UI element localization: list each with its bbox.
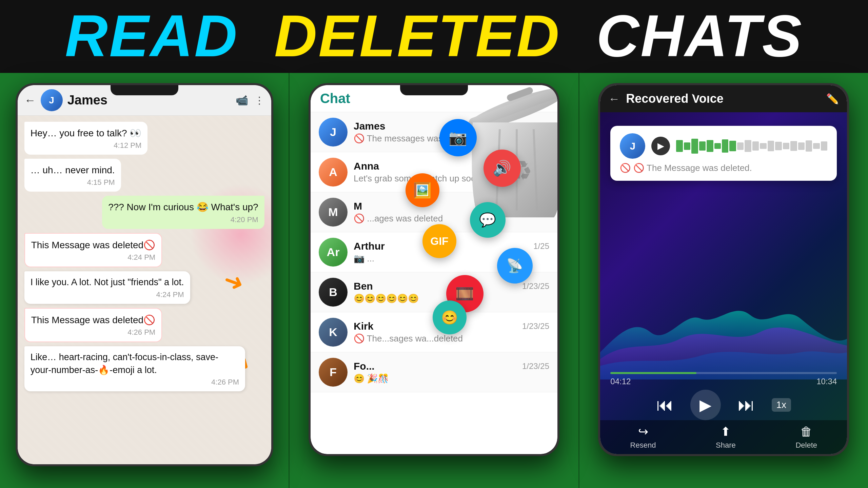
- cli-msg-anna: Let's grab some... catch up soo...: [354, 173, 549, 184]
- word-read: READ: [65, 3, 239, 69]
- chat-list-title: Chat: [320, 91, 350, 106]
- chat-list-item-anna[interactable]: A Anna Let's grab some... catch up soo..…: [311, 152, 557, 192]
- message-deleted-2: This Message was deleted🚫 4:26 PM: [24, 308, 162, 342]
- cli-msg-ben: 😊😊😊😊😊😊: [354, 293, 549, 304]
- share-icon: ⬆: [721, 425, 731, 439]
- video-call-icon[interactable]: 📹: [236, 94, 248, 106]
- cli-name-kirk: Kirk: [354, 320, 373, 332]
- chat-info-ben: Ben 1/23/25 😊😊😊😊😊😊: [354, 280, 549, 304]
- resend-button[interactable]: ↪ Resend: [630, 425, 656, 450]
- cli-name-ben: Ben: [354, 280, 373, 292]
- word-deleted: DELETED: [274, 3, 561, 69]
- avatar-arthur: Ar: [319, 238, 348, 267]
- recovered-time-2: 4:26 PM: [31, 378, 239, 387]
- recovered-text-2: Like… heart-racing, can't-focus-in-class…: [31, 351, 239, 377]
- cli-name-row-arthur: Arthur 1/25: [354, 240, 549, 252]
- message-row-5: I like you. A lot. Not just "friends" a …: [24, 271, 264, 304]
- phone-panel-middle: Chat 🔍 ⋮ J James: [290, 73, 579, 488]
- cli-time-ben: 1/23/25: [522, 281, 549, 291]
- search-icon[interactable]: 🔍: [516, 92, 530, 105]
- message-text-3: ??? Now I'm curious 😂 What's up?: [108, 200, 258, 214]
- voice-back-button[interactable]: ←: [608, 92, 620, 105]
- cli-msg-m: 🚫 ...ages was deleted: [354, 213, 549, 224]
- chat-list-item-ben[interactable]: B Ben 1/23/25 😊😊😊😊😊😊: [311, 272, 557, 312]
- waveform-visualization: [600, 251, 847, 379]
- chat-info-m: M 1/25 🚫 ...ages was deleted: [354, 200, 549, 224]
- delete-label: Delete: [795, 441, 817, 450]
- waveform-bars: [676, 139, 827, 154]
- play-button[interactable]: ▶: [651, 137, 670, 155]
- phone-frame-left: ← J James 📹 ⋮ Hey… you free to talk? 👀: [16, 83, 273, 466]
- chat-list-item-m[interactable]: M M 1/25 🚫 ...ages was deleted: [311, 192, 557, 232]
- play-pause-button[interactable]: ▶: [690, 390, 721, 420]
- avatar-anna: A: [319, 158, 348, 187]
- phone-screen-left: ← J James 📹 ⋮ Hey… you free to talk? 👀: [18, 85, 271, 464]
- main-area: ← J James 📹 ⋮ Hey… you free to talk? 👀: [0, 73, 868, 488]
- chat-info-fo: Fo... 1/23/25 😊 🎉🎊: [354, 360, 549, 384]
- avatar-fo: F: [319, 358, 348, 387]
- message-time-2: 4:15 PM: [31, 178, 115, 187]
- chat-info-arthur: Arthur 1/25 📷 ...: [354, 240, 549, 264]
- speed-badge[interactable]: 1x: [772, 398, 791, 412]
- chat-list-item-arthur[interactable]: Ar Arthur 1/25 📷 ...: [311, 232, 557, 272]
- recovered-message-2: Like… heart-racing, can't-focus-in-class…: [24, 346, 245, 392]
- chat-info-anna: Anna Let's grab some... catch up soo...: [354, 160, 549, 184]
- delete-icon: 🗑: [800, 425, 812, 439]
- avatar-ben: B: [319, 278, 348, 307]
- chat-list-menu-icon[interactable]: ⋮: [537, 92, 548, 105]
- cli-name-row-ben: Ben 1/23/25: [354, 280, 549, 292]
- chat-messages: Hey… you free to talk? 👀 4:12 PM … uh… n…: [18, 116, 271, 464]
- cli-name-row-m: M 1/25: [354, 200, 549, 212]
- avatar-m: M: [319, 198, 348, 227]
- progress-times: 04:12 10:34: [610, 377, 837, 386]
- avatar-kirk: K: [319, 318, 348, 347]
- message-bubble-sent: ??? Now I'm curious 😂 What's up? 4:20 PM: [102, 196, 264, 229]
- resend-icon: ↪: [638, 425, 648, 439]
- skip-back-button[interactable]: ⏮: [656, 395, 673, 415]
- message-row-6: This Message was deleted🚫 4:26 PM: [24, 308, 264, 342]
- chat-list-icons: 🔍 ⋮: [516, 92, 548, 105]
- message-deleted-time-2: 4:26 PM: [31, 328, 156, 337]
- phone-screen-middle: Chat 🔍 ⋮ J James: [311, 85, 557, 454]
- menu-icon[interactable]: ⋮: [254, 94, 264, 106]
- chat-list-item-fo[interactable]: F Fo... 1/23/25 😊 🎉🎊: [311, 352, 557, 392]
- cli-time-m: 1/25: [533, 201, 549, 211]
- phone-notch-middle: [400, 85, 468, 95]
- delete-button[interactable]: 🗑 Delete: [795, 425, 817, 450]
- cli-name-row-anna: Anna: [354, 160, 549, 172]
- cli-name-row-kirk: Kirk 1/23/25: [354, 320, 549, 332]
- cli-name-arthur: Arthur: [354, 240, 385, 252]
- voice-edit-icon[interactable]: ✏️: [826, 93, 839, 105]
- message-deleted-1: This Message was deleted🚫 4:24 PM: [24, 233, 162, 267]
- phone-screen-right: ← Recovered Voice ✏️ J ▶: [600, 85, 847, 454]
- skip-forward-button[interactable]: ⏭: [738, 395, 755, 415]
- chat-list-item-james[interactable]: J James 🚫 The messages was delete...: [311, 112, 557, 152]
- recovered-time-1: 4:24 PM: [31, 290, 184, 299]
- resend-label: Resend: [630, 441, 656, 450]
- message-row-3: ??? Now I'm curious 😂 What's up? 4:20 PM: [24, 196, 264, 229]
- voice-deleted-notice: 🚫 🚫 The Message was deleted.: [620, 163, 827, 173]
- cli-msg-kirk: 🚫 The...sages wa...deleted: [354, 333, 549, 344]
- contact-avatar: J: [41, 89, 63, 111]
- chat-info-kirk: Kirk 1/23/25 🚫 The...sages wa...deleted: [354, 320, 549, 344]
- cli-name-row-fo: Fo... 1/23/25: [354, 360, 549, 372]
- message-deleted-time-1: 4:24 PM: [31, 253, 156, 262]
- cli-msg-arthur: 📷 ...: [354, 253, 549, 264]
- chat-list-item-kirk[interactable]: K Kirk 1/23/25 🚫 The...sages wa...delete…: [311, 312, 557, 352]
- message-time-3: 4:20 PM: [108, 215, 258, 224]
- chat-info-james: James 🚫 The messages was delete...: [354, 120, 549, 144]
- voice-message-card: J ▶: [610, 126, 837, 181]
- avatar-james: J: [319, 118, 348, 147]
- arrow-decoration-1: ➜: [220, 265, 248, 296]
- share-button[interactable]: ⬆ Share: [716, 425, 736, 450]
- back-button[interactable]: ←: [24, 94, 36, 107]
- header: READ DELETED CHATS: [0, 0, 868, 73]
- progress-bar-track[interactable]: [610, 372, 837, 374]
- total-time: 10:34: [816, 377, 837, 386]
- phone-panel-right: ← Recovered Voice ✏️ J ▶: [579, 73, 868, 488]
- header-title: READ DELETED CHATS: [65, 6, 803, 65]
- cli-name-fo: Fo...: [354, 360, 375, 372]
- message-deleted-text-2: This Message was deleted🚫: [31, 313, 156, 327]
- recovered-text-1: I like you. A lot. Not just "friends" a …: [31, 276, 184, 289]
- share-label: Share: [716, 441, 736, 450]
